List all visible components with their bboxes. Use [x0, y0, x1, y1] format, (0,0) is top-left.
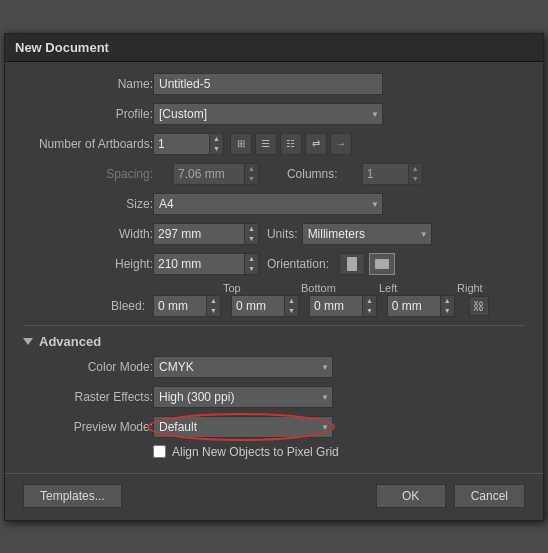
dialog-footer: Templates... OK Cancel	[5, 473, 543, 520]
bleed-left-btns: ▲ ▼	[362, 296, 376, 316]
artboards-spinner[interactable]: ▲ ▼	[153, 133, 224, 155]
preview-mode-select-wrapper: Default Pixel Overprint	[153, 416, 333, 438]
columns-decrement[interactable]: ▼	[409, 174, 422, 184]
advanced-header[interactable]: Advanced	[23, 334, 525, 349]
spacing-increment[interactable]: ▲	[245, 164, 258, 174]
size-select[interactable]: A4 A3 A5 Letter	[153, 193, 383, 215]
bleed-bottom-col-label: Bottom	[301, 282, 369, 294]
landscape-icon	[375, 259, 389, 269]
spacing-label: Spacing:	[23, 167, 153, 181]
artboard-layout-icons: ⊞ ☰ ☷ ⇄ →	[230, 133, 352, 155]
artboards-input[interactable]	[154, 134, 209, 154]
width-spinner[interactable]: ▲ ▼	[153, 223, 259, 245]
bleed-label: Bleed:	[23, 299, 153, 313]
artboard-arrow-icon[interactable]: →	[330, 133, 352, 155]
cancel-button[interactable]: Cancel	[454, 484, 525, 508]
color-mode-select[interactable]: CMYK RGB	[153, 356, 333, 378]
new-document-dialog: New Document Name: Profile: [Custom] Pri…	[4, 33, 544, 521]
dialog-content: Name: Profile: [Custom] Print Web Number…	[5, 62, 543, 469]
bleed-top-spinner[interactable]: ▲ ▼	[153, 295, 221, 317]
height-increment[interactable]: ▲	[245, 254, 258, 264]
units-select-wrapper: Millimeters Pixels Inches Centimeters	[302, 223, 432, 245]
columns-spinner[interactable]: ▲ ▼	[362, 163, 423, 185]
color-mode-row: Color Mode: CMYK RGB	[23, 355, 525, 379]
bleed-column-labels: Top Bottom Left Right	[223, 282, 525, 294]
landscape-button[interactable]	[369, 253, 395, 275]
size-label: Size:	[23, 197, 153, 211]
bleed-headers-row: Top Bottom Left Right	[23, 282, 525, 294]
size-row: Size: A4 A3 A5 Letter	[23, 192, 525, 216]
bleed-right-decrement[interactable]: ▼	[441, 306, 454, 316]
width-decrement[interactable]: ▼	[245, 234, 258, 244]
bleed-right-input[interactable]	[388, 296, 440, 316]
color-mode-label: Color Mode:	[23, 360, 153, 374]
columns-increment[interactable]: ▲	[409, 164, 422, 174]
ok-button[interactable]: OK	[376, 484, 446, 508]
preview-mode-label: Preview Mode:	[23, 420, 153, 434]
portrait-icon	[347, 257, 357, 271]
bleed-left-spinner[interactable]: ▲ ▼	[309, 295, 377, 317]
height-decrement[interactable]: ▼	[245, 264, 258, 274]
portrait-button[interactable]	[339, 253, 365, 275]
bleed-right-increment[interactable]: ▲	[441, 296, 454, 306]
align-checkbox[interactable]	[153, 445, 166, 458]
bleed-bottom-input[interactable]	[232, 296, 284, 316]
artboard-col-icon[interactable]: ☷	[280, 133, 302, 155]
bleed-right-spinner[interactable]: ▲ ▼	[387, 295, 455, 317]
bleed-bottom-decrement[interactable]: ▼	[285, 306, 298, 316]
orientation-label: Orientation:	[267, 257, 329, 271]
bleed-left-input[interactable]	[310, 296, 362, 316]
spacing-decrement[interactable]: ▼	[245, 174, 258, 184]
section-divider	[23, 325, 525, 326]
height-spinner[interactable]: ▲ ▼	[153, 253, 259, 275]
raster-select-wrapper: High (300 ppi) Medium (150 ppi) Screen (…	[153, 386, 333, 408]
height-orientation-row: Height: ▲ ▼ Orientation:	[23, 252, 525, 276]
templates-button[interactable]: Templates...	[23, 484, 122, 508]
artboards-label: Number of Artboards:	[23, 137, 153, 151]
size-select-wrapper: A4 A3 A5 Letter	[153, 193, 383, 215]
units-select[interactable]: Millimeters Pixels Inches Centimeters	[302, 223, 432, 245]
bleed-left-increment[interactable]: ▲	[363, 296, 376, 306]
bleed-bottom-spinner[interactable]: ▲ ▼	[231, 295, 299, 317]
spacing-spinner[interactable]: ▲ ▼	[173, 163, 259, 185]
width-increment[interactable]: ▲	[245, 224, 258, 234]
width-label: Width:	[23, 227, 153, 241]
artboard-row-icon[interactable]: ☰	[255, 133, 277, 155]
profile-select-wrapper: [Custom] Print Web	[153, 103, 383, 125]
height-input[interactable]	[154, 254, 244, 274]
width-units-row: Width: ▲ ▼ Units: Millimeters Pixels Inc…	[23, 222, 525, 246]
artboard-grid-icon[interactable]: ⊞	[230, 133, 252, 155]
width-spinner-btns: ▲ ▼	[244, 224, 258, 244]
bleed-right-btns: ▲ ▼	[440, 296, 454, 316]
dialog-title: New Document	[15, 40, 109, 55]
bleed-link-icon[interactable]: ⛓	[469, 296, 489, 316]
columns-spinner-btns: ▲ ▼	[408, 164, 422, 184]
bleed-left-decrement[interactable]: ▼	[363, 306, 376, 316]
preview-mode-row: Preview Mode: Default Pixel Overprint	[23, 415, 525, 439]
preview-mode-select[interactable]: Default Pixel Overprint	[153, 416, 333, 438]
artboards-increment[interactable]: ▲	[210, 134, 223, 144]
columns-label: Columns:	[287, 167, 338, 181]
align-checkbox-row: Align New Objects to Pixel Grid	[153, 445, 525, 459]
name-label: Name:	[23, 77, 153, 91]
advanced-triangle-icon	[23, 338, 33, 345]
artboard-arrange-icon[interactable]: ⇄	[305, 133, 327, 155]
bleed-bottom-increment[interactable]: ▲	[285, 296, 298, 306]
units-label: Units:	[267, 227, 298, 241]
align-checkbox-label[interactable]: Align New Objects to Pixel Grid	[172, 445, 339, 459]
name-input[interactable]	[153, 73, 383, 95]
profile-label: Profile:	[23, 107, 153, 121]
bleed-top-decrement[interactable]: ▼	[207, 306, 220, 316]
bleed-top-increment[interactable]: ▲	[207, 296, 220, 306]
raster-row: Raster Effects: High (300 ppi) Medium (1…	[23, 385, 525, 409]
profile-select[interactable]: [Custom] Print Web	[153, 103, 383, 125]
raster-select[interactable]: High (300 ppi) Medium (150 ppi) Screen (…	[153, 386, 333, 408]
columns-input[interactable]	[363, 164, 408, 184]
artboards-spinner-btns: ▲ ▼	[209, 134, 223, 154]
width-input[interactable]	[154, 224, 244, 244]
artboards-decrement[interactable]: ▼	[210, 144, 223, 154]
artboards-row: Number of Artboards: ▲ ▼ ⊞ ☰ ☷ ⇄ →	[23, 132, 525, 156]
bleed-right-col-label: Right	[457, 282, 525, 294]
spacing-input[interactable]	[174, 164, 244, 184]
bleed-top-input[interactable]	[154, 296, 206, 316]
